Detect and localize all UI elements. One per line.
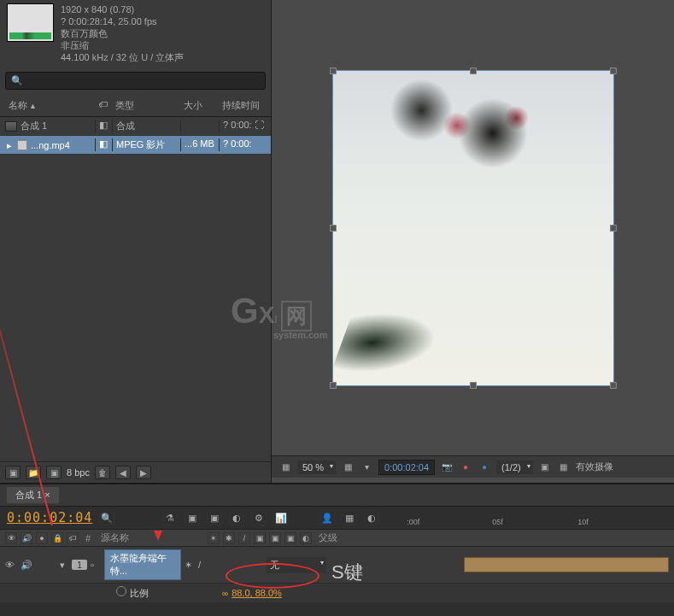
next-button[interactable]: ▶	[136, 466, 151, 479]
column-size[interactable]: 大小	[180, 97, 219, 114]
resolution-icon[interactable]: ▦	[341, 461, 355, 474]
new-comp-button[interactable]: ▣	[46, 466, 62, 479]
file-icon	[17, 140, 27, 150]
file-info: 1920 x 840 (0.78) ? 0:00:28:14, 25.00 fp…	[0, 0, 271, 67]
draft3d-icon[interactable]: ▣	[207, 510, 222, 525]
project-item-comp[interactable]: 合成 1 ◧ 合成 ? 0:00: ⛶	[0, 117, 271, 136]
layer-row[interactable]: 👁 🔊 ▾ 1 ▫ 水墨龍舟端午特... ✶ / 无	[0, 547, 674, 584]
column-tag[interactable]: 🏷	[95, 97, 112, 114]
source-name-header[interactable]: 源名称	[97, 531, 132, 544]
snapshot-icon[interactable]: 📷	[440, 461, 454, 474]
parent-dropdown[interactable]: 无	[267, 557, 326, 573]
comp-flowchart-icon[interactable]: ▣	[185, 510, 200, 525]
composition-icon	[5, 121, 17, 132]
search-icon[interactable]: 🔍	[99, 510, 114, 525]
layer-track[interactable]	[464, 557, 669, 572]
shy-icon[interactable]: 👤	[319, 510, 335, 525]
expand-layer-icon[interactable]: ▾	[60, 560, 68, 571]
handle-icon[interactable]	[610, 382, 617, 389]
property-value[interactable]: 88.0, 88.0%	[232, 588, 282, 598]
project-items: 合成 1 ◧ 合成 ? 0:00: ⛶ ▸...ng.mp4 ◧ MPEG 影片…	[0, 117, 271, 461]
composition-viewer[interactable]	[272, 0, 674, 455]
handle-icon[interactable]	[330, 382, 337, 389]
handle-icon[interactable]	[610, 225, 617, 232]
timeline-panel: 合成 1 × 0:00:02:04 🔍 ⚗ ▣ ▣ ◐ ⚙ 📊 👤 ▦ ◐ :0…	[0, 483, 674, 616]
preview-panel: ▦ 50 % ▦ ▾ 0:00:02:04 📷 ● ● (1/2) ▣ ▦ 有效…	[272, 0, 674, 483]
region-icon[interactable]: ●	[478, 461, 491, 474]
frame-blend-icon[interactable]: ▦	[342, 510, 357, 525]
link-icon[interactable]: ∞	[222, 589, 228, 598]
project-columns: 名称▲ 🏷 类型 大小 持续时间	[0, 95, 271, 117]
adj-col-icon[interactable]: ▣	[269, 532, 281, 544]
audio-column-icon[interactable]: 🔊	[21, 532, 32, 544]
frame-blend-col-icon[interactable]: /	[238, 532, 250, 544]
column-duration[interactable]: 持续时间	[219, 97, 266, 114]
solo-column-icon[interactable]: ●	[36, 532, 48, 544]
column-type[interactable]: 类型	[112, 97, 180, 114]
preview-time[interactable]: 0:00:02:04	[378, 460, 435, 475]
3d-col-icon[interactable]: ▣	[284, 532, 296, 544]
toggle-icon[interactable]: ▾	[360, 461, 373, 474]
property-name: 比例	[130, 588, 149, 598]
project-toolbar: ▣ 📁 ▣ 8 bpc 🗑 ◀ ▶	[0, 461, 271, 483]
timeline-tabs: 合成 1 ×	[0, 484, 674, 507]
channel-icon[interactable]: ●	[459, 461, 472, 474]
color-depth[interactable]: 8 bpc	[67, 467, 90, 478]
search-input[interactable]: 🔍	[5, 72, 266, 90]
layer-index: 1	[72, 560, 87, 570]
parent-header[interactable]: 父级	[315, 531, 341, 544]
file-resolution: 1920 x 840 (0.78)	[61, 3, 184, 15]
project-item-video[interactable]: ▸...ng.mp4 ◧ MPEG 影片 ...6 MB ? 0:00:	[0, 136, 271, 155]
grid2-icon[interactable]: ▦	[557, 461, 571, 474]
label-column-icon[interactable]: 🏷	[67, 532, 79, 544]
tab-composition[interactable]: 合成 1 ×	[7, 487, 59, 503]
new-folder-button[interactable]: 📁	[26, 466, 41, 479]
brainstorm-icon[interactable]: ⚙	[251, 510, 267, 525]
stopwatch-icon[interactable]	[116, 586, 126, 596]
lock-column-icon[interactable]: 🔒	[51, 532, 63, 544]
fx-col-icon[interactable]: ✱	[223, 532, 235, 544]
scale-property-row[interactable]: 比例 ∞88.0, 88.0%	[0, 584, 674, 602]
preview-toolbar: ▦ 50 % ▦ ▾ 0:00:02:04 📷 ● ● (1/2) ▣ ▦ 有效…	[272, 455, 674, 478]
fx-icon[interactable]: ⚗	[162, 510, 178, 525]
view-icon[interactable]: ▣	[538, 461, 552, 474]
grid-icon[interactable]: ▦	[278, 461, 292, 474]
interpret-footage-button[interactable]: ▣	[5, 466, 21, 479]
file-compression: 非压缩	[61, 39, 184, 51]
shy-col-icon[interactable]: ◐	[300, 532, 312, 544]
handle-icon[interactable]	[330, 225, 337, 232]
preview-content[interactable]	[332, 70, 614, 386]
column-name[interactable]: 名称▲	[5, 97, 95, 114]
view-label[interactable]: 有效摄像	[576, 461, 613, 473]
handle-icon[interactable]	[470, 382, 477, 389]
handle-icon[interactable]	[330, 67, 337, 74]
handle-icon[interactable]	[470, 67, 477, 74]
current-time[interactable]: 0:00:02:04	[7, 510, 92, 525]
project-panel: 1920 x 840 (0.78) ? 0:00:28:14, 25.00 fp…	[0, 0, 272, 483]
eye-column-icon[interactable]: 👁	[5, 532, 17, 544]
motion-blur-icon[interactable]: ◐	[229, 510, 244, 525]
file-colors: 数百万颜色	[61, 27, 184, 39]
expand-icon[interactable]: ▸	[5, 140, 14, 150]
av-icon[interactable]: ✶	[208, 532, 220, 544]
eye-icon[interactable]: 👁	[5, 560, 17, 570]
delete-button[interactable]: 🗑	[95, 466, 110, 479]
motion-blur-col-icon[interactable]: ▣	[254, 532, 266, 544]
prev-button[interactable]: ◀	[115, 466, 131, 479]
file-thumbnail[interactable]	[7, 3, 54, 42]
handle-icon[interactable]	[610, 67, 617, 74]
layer-name[interactable]: 水墨龍舟端午特...	[104, 549, 181, 580]
file-duration: ? 0:00:28:14, 25.00 fps	[61, 15, 184, 27]
source-icon: ▫	[91, 560, 101, 570]
file-audio: 44.100 kHz / 32 位 U / 立体声	[61, 51, 184, 63]
camera-dropdown[interactable]: (1/2)	[496, 461, 533, 474]
speaker-icon[interactable]: 🔊	[21, 560, 32, 571]
layer-columns: 👁 🔊 ● 🔒 🏷 # 源名称 ✶ ✱ / ▣ ▣ ▣ ◐ 父级	[0, 530, 674, 547]
motion-blur2-icon[interactable]: ◐	[364, 510, 379, 525]
graph-editor-icon[interactable]: 📊	[273, 510, 289, 525]
zoom-dropdown[interactable]: 50 %	[297, 461, 336, 474]
